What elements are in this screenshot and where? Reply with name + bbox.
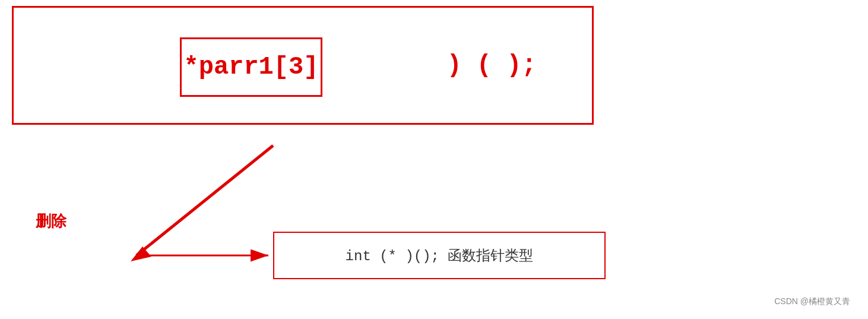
watermark: CSDN @橘橙黄又青	[774, 296, 850, 307]
result-box: int (* )(); 函数指针类型	[273, 232, 606, 279]
delete-label: 删除	[36, 211, 66, 232]
outer-code-box: int ( ) ( ); *parr1[3]	[12, 6, 594, 125]
diagonal-arrowhead	[131, 247, 151, 261]
diagonal-arrow-line	[137, 146, 273, 255]
highlighted-code: *parr1[3]	[184, 53, 319, 81]
code-paren-rest: ) ( );	[446, 51, 536, 80]
inner-highlight-box: *parr1[3]	[180, 37, 322, 97]
result-text: int (* )(); 函数指针类型	[346, 246, 534, 265]
